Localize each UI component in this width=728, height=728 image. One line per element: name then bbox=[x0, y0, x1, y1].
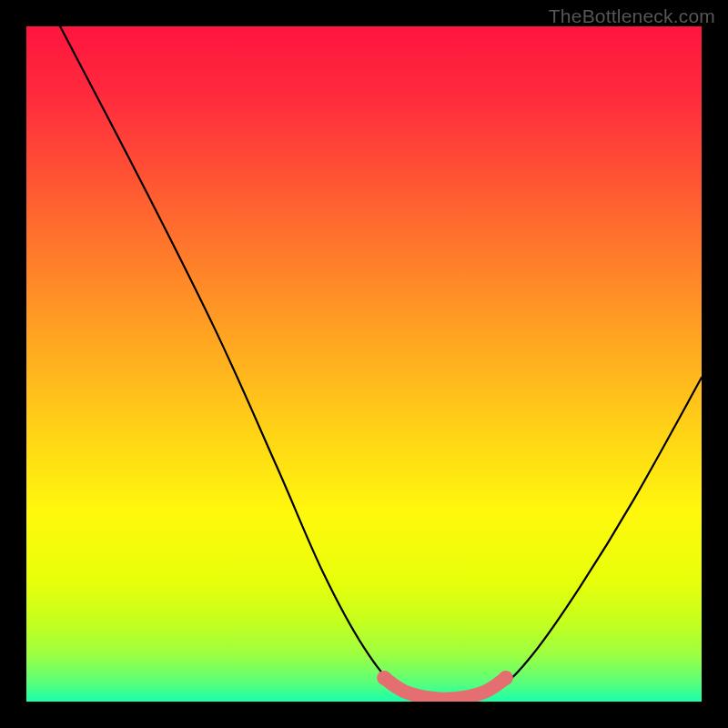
chart-frame: TheBottleneck.com bbox=[0, 0, 728, 728]
highlight-endpoint-right bbox=[499, 671, 513, 685]
highlight-endpoint-left bbox=[377, 671, 391, 685]
watermark-text: TheBottleneck.com bbox=[549, 5, 715, 27]
line-layer bbox=[26, 26, 702, 702]
plot-area bbox=[26, 26, 702, 702]
highlight-band bbox=[384, 678, 506, 699]
bottleneck-curve bbox=[60, 26, 702, 702]
